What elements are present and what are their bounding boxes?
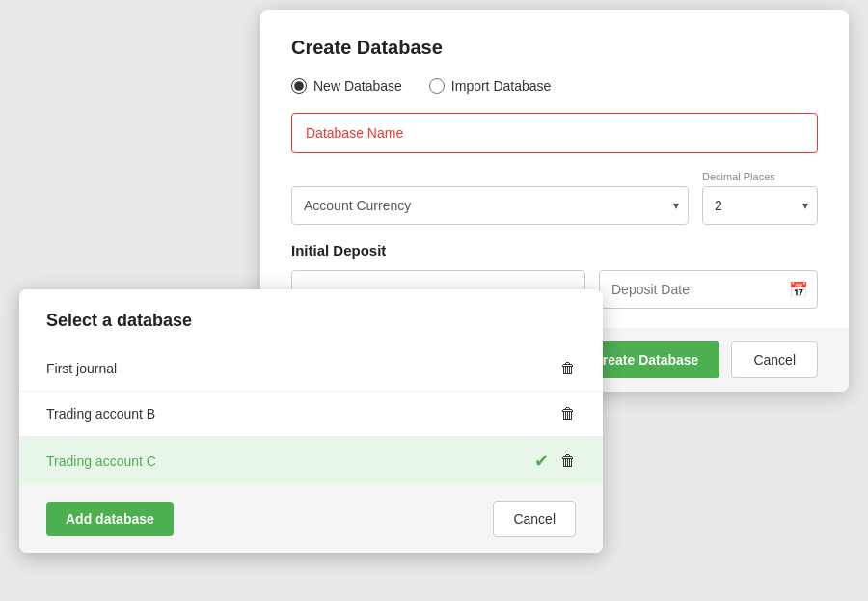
db-item-name: Trading account C <box>46 453 156 469</box>
db-item-actions: ✔ 🗑 <box>534 451 576 472</box>
select-db-footer: Add database Cancel <box>19 485 603 553</box>
delete-db-icon[interactable]: 🗑 <box>560 405 576 423</box>
db-item-actions: 🗑 <box>560 360 576 377</box>
list-item[interactable]: Trading account C ✔ 🗑 <box>19 437 603 485</box>
database-list: First journal 🗑 Trading account B 🗑 Trad… <box>19 346 603 485</box>
new-database-radio[interactable] <box>291 78 307 94</box>
cancel-create-button[interactable]: Cancel <box>731 341 818 378</box>
db-item-name: First journal <box>46 361 117 376</box>
decimal-places-select[interactable]: 2 3 4 <box>702 186 818 225</box>
delete-db-icon[interactable]: 🗑 <box>560 360 576 377</box>
cancel-select-button[interactable]: Cancel <box>493 501 576 537</box>
list-item[interactable]: Trading account B 🗑 <box>19 392 603 437</box>
db-item-actions: 🗑 <box>560 405 576 423</box>
delete-db-icon[interactable]: 🗑 <box>560 452 576 470</box>
add-database-button[interactable]: Add database <box>46 502 174 536</box>
account-currency-select[interactable]: Account Currency <box>291 186 689 225</box>
select-database-dialog: Select a database First journal 🗑 Tradin… <box>19 289 603 553</box>
select-db-title: Select a database <box>19 289 603 346</box>
new-database-label: New Database <box>313 78 402 94</box>
currency-decimal-row: Account Currency ▾ Decimal Places 2 3 4 … <box>291 171 818 225</box>
deposit-date-wrapper: 📅 <box>599 270 818 309</box>
database-name-input[interactable] <box>291 113 818 153</box>
list-item[interactable]: First journal 🗑 <box>19 346 603 392</box>
decimal-places-label: Decimal Places <box>702 171 818 182</box>
database-type-radio-group: New Database Import Database <box>291 78 818 94</box>
import-database-option[interactable]: Import Database <box>429 78 552 94</box>
currency-select-wrapper: Account Currency ▾ <box>291 186 689 225</box>
import-database-label: Import Database <box>451 78 552 94</box>
create-db-title: Create Database <box>291 37 818 59</box>
initial-deposit-label: Initial Deposit <box>291 242 818 259</box>
new-database-option[interactable]: New Database <box>291 78 402 94</box>
db-item-name: Trading account B <box>46 406 155 422</box>
import-database-radio[interactable] <box>429 78 445 94</box>
decimal-places-group: Decimal Places 2 3 4 ▾ <box>702 171 818 225</box>
deposit-date-input[interactable] <box>599 270 818 309</box>
decimal-select-wrapper: 2 3 4 ▾ <box>702 186 818 225</box>
active-db-check-icon: ✔ <box>534 451 549 472</box>
